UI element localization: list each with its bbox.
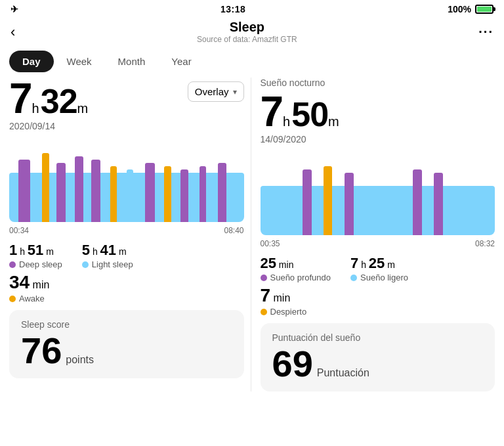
left-sleep-chart xyxy=(9,137,244,222)
chart-bar-awake-2 xyxy=(110,166,117,222)
chart-bar-deep-5 xyxy=(145,163,154,222)
right-score-value-row: 69 Puntuación xyxy=(272,346,484,382)
right-awake-legend: Despierto xyxy=(261,307,495,317)
page-title: Sleep xyxy=(197,20,297,35)
right-score-unit: Puntuación xyxy=(317,367,369,379)
right-light-dot xyxy=(350,275,357,281)
right-deep-dot xyxy=(261,275,267,281)
status-right: 100% xyxy=(448,4,494,14)
light-sleep-dot xyxy=(82,261,89,268)
tab-week[interactable]: Week xyxy=(54,51,105,72)
right-date: 14/09/2020 xyxy=(261,134,495,145)
awake-legend: Awake xyxy=(9,294,244,303)
light-sleep-legend: Light sleep xyxy=(82,259,133,269)
deep-sleep-legend: Deep sleep xyxy=(9,259,62,269)
sleep-minutes: 32 xyxy=(41,84,77,118)
right-light-sleep-value: 7 h 25 m xyxy=(350,255,408,272)
more-button[interactable]: ··· xyxy=(478,24,494,39)
right-chart-bars xyxy=(261,150,495,235)
right-score-number: 69 xyxy=(272,346,313,382)
tabs-bar: Day Week Month Year xyxy=(0,45,504,78)
hours-unit: h xyxy=(32,102,39,115)
right-chart-start: 00:35 xyxy=(261,239,280,248)
minutes-unit: m xyxy=(77,102,89,115)
right-panel: Sueño nocturno 7 h 50 m 14/09/2020 00:35… xyxy=(251,78,495,391)
plane-icon: ✈ xyxy=(10,4,18,14)
chart-end-time: 08:40 xyxy=(224,226,243,235)
right-sleep-hours: 7 xyxy=(261,91,283,133)
left-score-number: 76 xyxy=(21,332,62,369)
right-sleep-chart xyxy=(261,150,495,235)
deep-sleep-label: Deep sleep xyxy=(19,259,62,269)
chart-start-time: 00:34 xyxy=(9,226,29,235)
awake-label: Awake xyxy=(19,294,45,303)
right-section-label: Sueño nocturno xyxy=(261,78,495,88)
awake-dot xyxy=(9,296,16,302)
right-sleep-minutes: 50 xyxy=(291,97,328,131)
status-time: 13:18 xyxy=(220,4,245,14)
light-sleep-stat: 5 h 41 m Light sleep xyxy=(82,242,133,269)
right-score-label: Puntuación del sueño xyxy=(272,332,484,343)
battery-percent: 100% xyxy=(448,4,471,14)
right-bar-deep-1 xyxy=(303,169,312,235)
right-total-sleep-time: 7 h 50 m xyxy=(261,91,495,133)
right-bar-deep-2 xyxy=(345,173,354,235)
right-light-legend: Sueño ligero xyxy=(350,273,408,282)
overlay-dropdown[interactable]: Overlay ▾ xyxy=(188,81,244,102)
light-sleep-value: 5 h 41 m xyxy=(82,242,133,259)
chart-bar-deep-1 xyxy=(18,160,30,222)
right-light-label: Sueño ligero xyxy=(360,273,408,282)
deep-sleep-dot xyxy=(9,261,16,268)
total-sleep-time: 7 h 32 m xyxy=(9,78,88,120)
chart-bar-deep-6 xyxy=(180,169,189,222)
left-panel: 7 h 32 m Overlay ▾ 2020/09/14 xyxy=(9,78,251,391)
left-date: 2020/09/14 xyxy=(9,121,244,131)
left-score-unit: points xyxy=(66,354,94,366)
right-chart-end: 08:32 xyxy=(475,239,495,248)
main-content: 7 h 32 m Overlay ▾ 2020/09/14 xyxy=(0,78,504,391)
back-button[interactable]: ‹ xyxy=(10,25,15,39)
tab-month[interactable]: Month xyxy=(105,51,159,72)
overlay-label: Overlay xyxy=(195,86,229,97)
left-stats-row: 1 h 51 m Deep sleep 5 h 41 m Light sleep xyxy=(9,242,244,269)
data-source: Source of data: Amazfit GTR xyxy=(197,35,297,44)
chart-bar-awake-1 xyxy=(42,153,49,222)
chevron-down-icon: ▾ xyxy=(233,87,237,97)
light-sleep-label: Light sleep xyxy=(92,259,133,269)
right-awake-label: Despierto xyxy=(270,307,307,317)
right-awake-dot xyxy=(261,309,267,315)
right-awake-value: 7 min xyxy=(261,285,495,306)
chart-bar-deep-4 xyxy=(91,160,100,222)
right-chart-times: 00:35 08:32 xyxy=(261,239,495,248)
deep-sleep-value: 1 h 51 m xyxy=(9,242,62,259)
chart-bar-deep-3 xyxy=(75,156,83,222)
right-stats-row: 25 min Sueño profundo 7 h 25 m Sueño lig… xyxy=(261,255,495,282)
chart-bar-light-1 xyxy=(127,169,134,222)
left-score-value-row: 76 points xyxy=(21,332,232,369)
right-minutes-unit: m xyxy=(328,115,339,128)
tab-day[interactable]: Day xyxy=(9,51,54,72)
chart-bars xyxy=(9,137,244,222)
right-bar-deep-4 xyxy=(434,173,443,235)
awake-stat: 34 min Awake xyxy=(9,272,244,303)
left-top-row: 7 h 32 m Overlay ▾ xyxy=(9,78,244,121)
right-hours-unit: h xyxy=(283,115,290,128)
deep-sleep-stat: 1 h 51 m Deep sleep xyxy=(9,242,62,269)
chart-bar-deep-8 xyxy=(218,163,226,222)
header: ‹ Sleep Source of data: Amazfit GTR ··· xyxy=(0,17,504,45)
right-deep-label: Sueño profundo xyxy=(270,273,331,282)
right-light-sleep-stat: 7 h 25 m Sueño ligero xyxy=(350,255,408,282)
status-bar: ✈ 13:18 100% xyxy=(0,0,504,17)
right-awake-stat: 7 min Despierto xyxy=(261,285,495,317)
tab-year[interactable]: Year xyxy=(158,51,204,72)
right-deep-legend: Sueño profundo xyxy=(261,273,331,282)
left-chart-times: 00:34 08:40 xyxy=(9,226,244,235)
right-deep-sleep-value: 25 min xyxy=(261,255,331,272)
left-score-card: Sleep score 76 points xyxy=(9,310,244,378)
chart-bar-awake-3 xyxy=(164,166,171,222)
awake-value: 34 min xyxy=(9,272,244,293)
sleep-hours: 7 xyxy=(9,78,32,120)
battery-icon xyxy=(475,5,494,14)
chart-bar-deep-2 xyxy=(56,163,66,222)
right-deep-sleep-stat: 25 min Sueño profundo xyxy=(261,255,331,282)
